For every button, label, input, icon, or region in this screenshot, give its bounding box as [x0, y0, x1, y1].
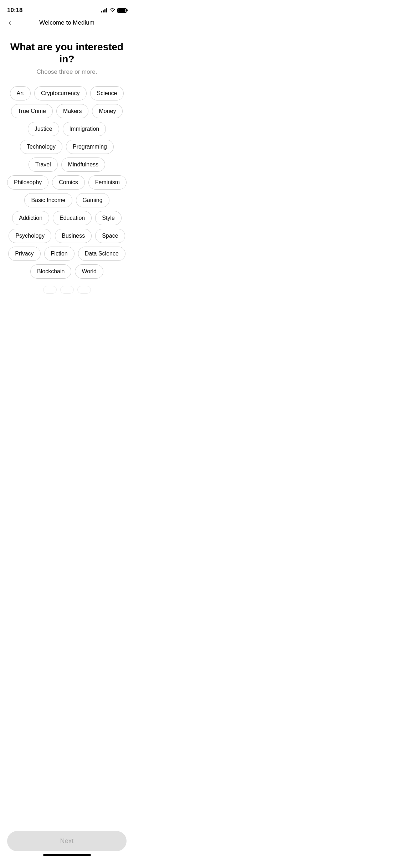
tag-pill[interactable]: Education: [53, 211, 92, 225]
tag-pill[interactable]: Philosophy: [7, 175, 48, 190]
tag-pill[interactable]: Fiction: [44, 247, 74, 261]
tag-pill[interactable]: World: [75, 264, 103, 279]
tag-pill[interactable]: Privacy: [8, 247, 40, 261]
tag-pill[interactable]: True Crime: [11, 104, 53, 118]
page-heading: What are you interested in?: [7, 41, 127, 65]
tags-container: ArtCryptocurrencyScienceTrue CrimeMakers…: [7, 86, 127, 286]
nav-bar: ‹ Welcome to Medium: [0, 16, 134, 30]
tag-pill[interactable]: Psychology: [9, 229, 51, 243]
main-content: What are you interested in? Choose three…: [0, 30, 134, 301]
battery-icon: [117, 8, 127, 13]
nav-title: Welcome to Medium: [39, 19, 94, 26]
status-icons: [101, 7, 127, 13]
tag-pill[interactable]: Science: [90, 86, 124, 100]
tag-pill-partial-2: [60, 286, 74, 294]
tag-pill[interactable]: Money: [92, 104, 123, 118]
tag-pill[interactable]: Basic Income: [24, 193, 72, 207]
tag-pill[interactable]: Space: [95, 229, 125, 243]
tag-pill[interactable]: Blockchain: [30, 264, 71, 279]
signal-icon: [101, 8, 107, 12]
tag-pill[interactable]: Travel: [29, 157, 58, 172]
tag-pill[interactable]: Feminism: [88, 175, 127, 190]
tag-pill[interactable]: Art: [10, 86, 31, 100]
tag-pill[interactable]: Business: [55, 229, 92, 243]
tag-pill[interactable]: Technology: [20, 140, 62, 154]
tag-pill[interactable]: Mindfulness: [61, 157, 105, 172]
partial-row: [7, 286, 127, 294]
tag-pill[interactable]: Gaming: [76, 193, 109, 207]
back-button[interactable]: ‹: [7, 17, 12, 29]
tag-pill-partial-3: [77, 286, 91, 294]
tag-pill[interactable]: Programming: [66, 140, 114, 154]
tag-pill[interactable]: Data Science: [78, 247, 125, 261]
tag-pill[interactable]: Addiction: [12, 211, 49, 225]
page-subheading: Choose three or more.: [7, 68, 127, 76]
status-bar: 10:18: [0, 0, 134, 16]
tag-pill-partial-1: [43, 286, 57, 294]
tag-pill[interactable]: Comics: [52, 175, 84, 190]
tag-pill[interactable]: Immigration: [63, 122, 106, 136]
tag-pill[interactable]: Justice: [28, 122, 59, 136]
tag-pill[interactable]: Style: [95, 211, 122, 225]
wifi-icon: [109, 7, 115, 13]
status-time: 10:18: [7, 7, 22, 14]
tag-pill[interactable]: Cryptocurrency: [34, 86, 86, 100]
tag-pill[interactable]: Makers: [56, 104, 88, 118]
